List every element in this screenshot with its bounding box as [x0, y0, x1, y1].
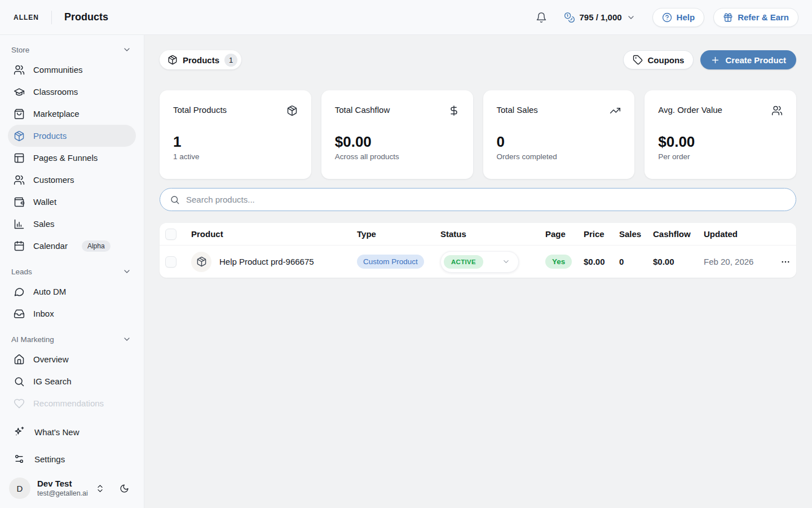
table-header-row: Product Type Status Page Price Sales Cas… [160, 223, 796, 246]
coupons-button[interactable]: Coupons [623, 50, 694, 69]
stat-subtitle: Across all products [335, 152, 460, 161]
refer-earn-button[interactable]: Refer & Earn [713, 8, 798, 27]
stat-subtitle: Orders completed [497, 152, 621, 161]
sidebar-item-settings[interactable]: Settings [8, 447, 136, 471]
sales-cell: 0 [619, 257, 653, 266]
home-icon [14, 354, 25, 365]
price-cell: $0.00 [584, 257, 619, 266]
sidebar-item-label: Classrooms [33, 87, 78, 97]
sidebar-item-label: Communities [33, 65, 83, 75]
sidebar-item-ig-search[interactable]: IG Search [8, 370, 136, 392]
users-icon [14, 174, 25, 186]
tab-count-badge: 1 [224, 54, 237, 67]
moon-icon[interactable] [120, 484, 129, 493]
sidebar-item-whats-new[interactable]: What's New [8, 420, 136, 444]
sidebar-section-ai-marketing[interactable]: AI Marketing [8, 332, 136, 348]
spacer [8, 257, 136, 265]
sidebar-item-marketplace[interactable]: Marketplace [8, 103, 136, 125]
stat-value: 1 [173, 133, 298, 151]
user-name: Dev Test [37, 479, 88, 489]
row-actions-menu-icon[interactable] [777, 255, 796, 269]
sidebar-item-classrooms[interactable]: Classrooms [8, 81, 136, 103]
product-cell: Help Product prd-966675 [191, 252, 357, 272]
chevron-down-icon [122, 45, 131, 54]
bar-chart-icon [14, 218, 25, 230]
trending-up-icon [610, 105, 621, 116]
stat-title: Total Sales [497, 105, 538, 115]
stat-card-total-cashflow: Total Cashflow $0.00 Across all products [321, 90, 473, 179]
create-product-label: Create Product [725, 55, 786, 65]
chevrons-up-down-icon[interactable] [95, 484, 105, 493]
stat-title: Total Cashflow [335, 105, 390, 115]
sidebar-item-auto-dm[interactable]: Auto DM [8, 281, 136, 303]
sidebar-item-overview[interactable]: Overview [8, 348, 136, 370]
chevron-down-icon [502, 257, 510, 266]
heart-icon [14, 398, 25, 409]
status-badge: ACTIVE [444, 255, 483, 269]
sidebar-section-store[interactable]: Store [8, 43, 136, 59]
sidebar-footer: What's New Settings D Dev Test test@geta… [8, 420, 136, 499]
sidebar-item-label: Settings [34, 454, 65, 464]
sidebar: Store Communities Classrooms Marketplace… [0, 35, 144, 508]
package-icon [14, 130, 25, 142]
toolbar-actions: Coupons Create Product [623, 50, 796, 69]
section-label: Leads [11, 268, 32, 276]
sidebar-item-customers[interactable]: Customers [8, 169, 136, 191]
create-product-button[interactable]: Create Product [700, 50, 796, 69]
sidebar-item-inbox[interactable]: Inbox [8, 303, 136, 325]
help-button[interactable]: Help [652, 8, 705, 27]
col-price: Price [584, 229, 619, 239]
page-badge: Yes [545, 255, 572, 269]
credits-dropdown[interactable]: 795 / 1,000 [564, 12, 636, 23]
sidebar-item-sales[interactable]: Sales [8, 213, 136, 235]
status-dropdown[interactable]: ACTIVE [440, 251, 519, 273]
type-cell: Custom Product [357, 255, 440, 269]
main-content: Products 1 Coupons Create Product Total … [144, 35, 812, 508]
sidebar-item-pages-funnels[interactable]: Pages & Funnels [8, 147, 136, 169]
user-meta: Dev Test test@getallen.ai [37, 479, 88, 498]
sidebar-item-label: Calendar [33, 241, 68, 251]
sidebar-item-products[interactable]: Products [8, 125, 136, 147]
updated-cell: Feb 20, 2026 [704, 257, 777, 266]
col-sales: Sales [619, 229, 653, 239]
select-all-checkbox[interactable] [165, 229, 176, 240]
user-actions [95, 484, 135, 493]
plus-icon [710, 55, 720, 65]
sidebar-section-leads[interactable]: Leads [8, 265, 136, 281]
sidebar-item-wallet[interactable]: Wallet [8, 191, 136, 213]
layout-icon [14, 152, 25, 164]
sidebar-item-label: IG Search [33, 376, 72, 386]
sidebar-item-label: Products [33, 131, 67, 141]
search-icon [170, 195, 180, 205]
row-checkbox[interactable] [165, 256, 176, 268]
search-bar [160, 188, 796, 211]
coupons-label: Coupons [647, 55, 684, 65]
user-menu[interactable]: D Dev Test test@getallen.ai [8, 478, 136, 499]
sidebar-item-recommendations[interactable]: Recommendations [8, 392, 136, 414]
page-title: Products [64, 11, 108, 23]
help-circle-icon [662, 12, 672, 23]
sidebar-item-calendar[interactable]: Calendar Alpha [8, 235, 136, 257]
tab-products[interactable]: Products 1 [160, 50, 241, 69]
stat-value: $0.00 [658, 133, 783, 151]
refer-earn-label: Refer & Earn [738, 12, 789, 22]
credits-count: 795 / 1,000 [580, 12, 622, 22]
notifications-bell-icon[interactable] [536, 12, 547, 23]
sidebar-item-label: Inbox [33, 309, 54, 318]
sidebar-item-label: What's New [34, 427, 80, 437]
calendar-icon [14, 240, 25, 252]
stat-card-total-sales: Total Sales 0 Orders completed [483, 90, 635, 179]
user-email: test@getallen.ai [37, 489, 88, 498]
table-row[interactable]: Help Product prd-966675 Custom Product A… [160, 246, 796, 278]
section-label: Store [11, 46, 29, 54]
tab-label: Products [183, 55, 219, 65]
col-updated: Updated [704, 229, 777, 239]
message-circle-icon [14, 286, 25, 297]
stats-cards: Total Products 1 1 active Total Cashflow… [160, 90, 796, 179]
topbar: ALLEN Products 795 / 1,000 Help Refer & … [0, 0, 812, 35]
col-status: Status [440, 229, 545, 239]
sidebar-item-communities[interactable]: Communities [8, 59, 136, 81]
search-input[interactable] [186, 195, 786, 204]
sidebar-item-label: Recommendations [33, 398, 104, 408]
allen-logo: ALLEN [14, 14, 39, 21]
